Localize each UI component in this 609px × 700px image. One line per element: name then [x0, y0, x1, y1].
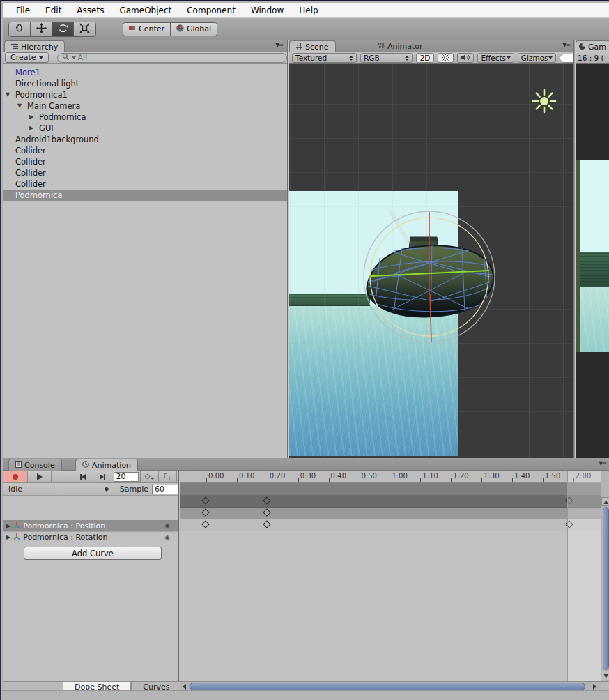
audio-toggle-button[interactable] — [457, 53, 474, 63]
foldout-closed-icon[interactable]: ▶ — [29, 125, 33, 131]
hierarchy-item-gui[interactable]: ▶GUI — [3, 123, 287, 134]
menu-item-help[interactable]: Help — [291, 3, 325, 17]
foldout-open-icon[interactable]: ▼ — [17, 102, 22, 109]
next-frame-button[interactable] — [93, 471, 111, 482]
tab-animation[interactable]: Animation — [75, 459, 138, 471]
hierarchy-item-podmornica1[interactable]: ▼Podmornica1 — [3, 89, 287, 100]
tab-console[interactable]: Console — [8, 459, 62, 471]
tab-hierarchy[interactable]: Hierarchy — [4, 40, 65, 52]
timeline-position-row[interactable] — [180, 508, 601, 519]
hierarchy-item-collider[interactable]: Collider — [3, 178, 287, 190]
rotation-foldout-icon[interactable]: ▶ — [6, 534, 10, 540]
game-viewport — [576, 64, 609, 458]
keyframe-diamond[interactable] — [201, 508, 209, 516]
keyframe-diamond[interactable] — [201, 520, 209, 528]
move-tool-icon — [36, 23, 47, 36]
playhead[interactable] — [268, 471, 268, 681]
add-event-button[interactable]: ▯+ — [159, 471, 177, 482]
hierarchy-item-label: Main Camera — [27, 101, 80, 111]
scroll-down-icon[interactable]: ▼ — [601, 671, 609, 680]
timeline-summary-row[interactable] — [180, 496, 601, 508]
menu-item-file[interactable]: File — [8, 3, 38, 17]
gizmos-dropdown-arrow-icon — [548, 56, 553, 59]
hierarchy-item-collider[interactable]: Collider — [3, 156, 287, 167]
rotate-tool-button[interactable] — [52, 22, 74, 36]
scroll-right-icon[interactable] — [593, 684, 596, 690]
vertical-scrollbar[interactable]: ▲ ▼ — [601, 471, 609, 681]
tab-game[interactable]: Gam — [576, 40, 609, 52]
record-button[interactable] — [3, 471, 28, 482]
play-button[interactable] — [28, 471, 52, 482]
timeline-ruler[interactable]: 0:000:100:200:300:400:501:001:101:201:30… — [180, 471, 601, 483]
keyframe-diamond[interactable] — [263, 520, 270, 528]
current-frame-input[interactable] — [114, 472, 139, 482]
position-keyframe-diamond-icon[interactable]: ◈ — [164, 522, 170, 529]
foldout-closed-icon[interactable]: ▶ — [29, 114, 33, 120]
pivot-mode-button[interactable]: Center — [123, 23, 171, 36]
hierarchy-item-collider[interactable]: Collider — [3, 167, 287, 178]
scene-search-field[interactable] — [560, 54, 573, 63]
tab-animator[interactable]: Animator — [371, 40, 429, 52]
2d-toggle-button[interactable]: 2D — [416, 53, 435, 63]
menu-bar: FileEditAssetsGameObjectComponentWindowH… — [3, 3, 609, 18]
clip-dropdown[interactable]: Idle — [6, 485, 111, 494]
scale-tool-button[interactable] — [74, 22, 95, 36]
hierarchy-item-podmornica[interactable]: ▶Podmornica — [3, 112, 287, 123]
render-channel-dropdown[interactable]: RGB — [360, 53, 413, 63]
scroll-left-icon[interactable] — [183, 684, 186, 690]
menu-item-edit[interactable]: Edit — [38, 3, 69, 17]
hierarchy-item-main-camera[interactable]: ▼Main Camera — [3, 100, 287, 112]
hierarchy-item-directional-light[interactable]: Directional light — [3, 78, 287, 89]
sample-rate-input[interactable] — [152, 485, 178, 494]
scene-viewport[interactable] — [289, 64, 573, 458]
position-foldout-icon[interactable]: ▶ — [6, 523, 10, 529]
property-row-rotation[interactable]: ▶ Podmornica : Rotation ◈ — [3, 531, 178, 542]
timeline-rotation-row[interactable] — [180, 519, 601, 531]
aspect-ratio-dropdown[interactable]: 16 : 9 ( — [576, 52, 609, 64]
animation-panel-menu-icon[interactable]: ▼≡ — [599, 460, 606, 466]
hierarchy-search-field[interactable] — [57, 53, 287, 63]
gizmos-dropdown[interactable]: Gizmos — [518, 53, 556, 63]
add-keyframe-button[interactable]: ◇+ — [141, 471, 159, 482]
hierarchy-panel-menu-icon[interactable]: ▼≡ — [275, 42, 283, 48]
submarine-with-rotate-gizmo[interactable] — [289, 64, 573, 458]
hierarchy-item-collider[interactable]: Collider — [3, 145, 287, 156]
menu-item-assets[interactable]: Assets — [69, 3, 111, 17]
space-mode-button[interactable]: Global — [171, 23, 217, 36]
menu-item-component[interactable]: Component — [179, 3, 243, 17]
create-button[interactable]: Create — [5, 52, 49, 63]
add-curve-button[interactable]: Add Curve — [24, 547, 162, 560]
menu-item-gameobject[interactable]: GameObject — [111, 3, 179, 17]
2d-toggle-label: 2D — [420, 54, 431, 62]
menu-item-window[interactable]: Window — [243, 3, 291, 17]
first-frame-button[interactable] — [72, 471, 93, 482]
foldout-open-icon[interactable]: ▼ — [6, 91, 10, 98]
add-curve-label: Add Curve — [72, 549, 114, 558]
rotation-keyframe-diamond-icon[interactable]: ◈ — [164, 533, 170, 541]
effects-dropdown[interactable]: Effects — [477, 53, 514, 63]
rotation-row-label: Podmornica : Rotation — [23, 533, 107, 542]
tab-scene[interactable]: Scene — [289, 40, 336, 52]
hierarchy-item-android1background[interactable]: Android1background — [3, 134, 287, 145]
keyframe-diamond[interactable] — [263, 496, 270, 504]
play-icon — [37, 473, 43, 480]
search-input[interactable] — [78, 53, 273, 62]
vertical-scrollbar-thumb[interactable] — [603, 507, 609, 670]
scene-panel-menu-icon[interactable]: ▼≡ — [562, 42, 570, 48]
scroll-up-icon[interactable]: ▲ — [601, 497, 609, 506]
scene-panel: Scene Animator ▼≡ Textured RGB 2D — [289, 40, 573, 458]
shading-mode-dropdown[interactable]: Textured — [292, 53, 357, 63]
property-row-position[interactable]: ▶ Podmornica : Position ◈ — [3, 520, 178, 531]
animation-timeline[interactable]: 0:000:100:200:300:400:501:001:101:201:30… — [180, 471, 601, 681]
keyframe-diamond[interactable] — [263, 508, 270, 516]
lighting-toggle-button[interactable] — [438, 53, 454, 63]
game-water — [580, 287, 609, 352]
timeline-empty-area — [180, 531, 601, 681]
move-tool-button[interactable] — [31, 22, 52, 36]
keyframe-diamond[interactable] — [201, 496, 209, 504]
hierarchy-item-more1[interactable]: More1 — [3, 67, 287, 78]
horizontal-scrollbar-thumb[interactable] — [190, 683, 585, 690]
hierarchy-item-podmornica[interactable]: Podmornica — [3, 190, 287, 201]
hand-tool-button[interactable] — [9, 22, 31, 36]
animation-tab-bar: Console Animation ▼≡ — [3, 458, 609, 471]
